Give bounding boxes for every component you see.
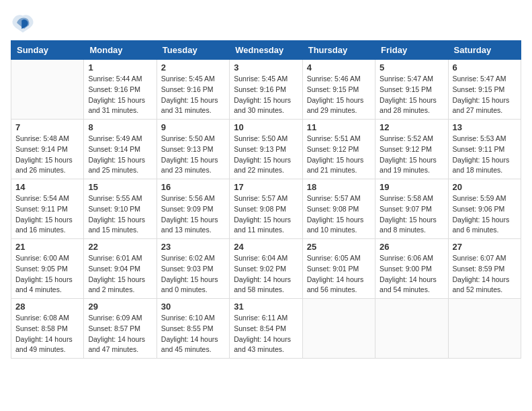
- day-number: 4: [307, 62, 371, 73]
- day-number: 2: [161, 62, 225, 73]
- calendar-cell: 2Sunrise: 5:45 AMSunset: 9:16 PMDaylight…: [157, 60, 229, 120]
- day-info: Sunrise: 5:52 AMSunset: 9:12 PMDaylight:…: [380, 134, 443, 176]
- day-info: Sunrise: 5:45 AMSunset: 9:16 PMDaylight:…: [161, 74, 225, 116]
- weekday-header: Sunday: [11, 41, 84, 60]
- calendar-cell: 4Sunrise: 5:46 AMSunset: 9:15 PMDaylight…: [302, 60, 375, 120]
- weekday-header: Saturday: [448, 41, 521, 60]
- day-number: 8: [88, 122, 152, 132]
- calendar-cell: 16Sunrise: 5:56 AMSunset: 9:09 PMDayligh…: [157, 179, 229, 239]
- day-number: 10: [234, 122, 298, 132]
- calendar-cell: 15Sunrise: 5:55 AMSunset: 9:10 PMDayligh…: [84, 179, 157, 239]
- day-info: Sunrise: 6:02 AMSunset: 9:03 PMDaylight:…: [161, 253, 225, 295]
- day-info: Sunrise: 5:50 AMSunset: 9:13 PMDaylight:…: [234, 134, 298, 176]
- calendar-cell: 25Sunrise: 6:05 AMSunset: 9:01 PMDayligh…: [302, 239, 375, 299]
- day-number: 21: [15, 242, 79, 252]
- calendar-cell: 1Sunrise: 5:44 AMSunset: 9:16 PMDaylight…: [84, 60, 157, 120]
- calendar-cell: 31Sunrise: 6:11 AMSunset: 8:54 PMDayligh…: [230, 299, 302, 359]
- calendar-cell: [448, 299, 521, 359]
- calendar-cell: 26Sunrise: 6:06 AMSunset: 9:00 PMDayligh…: [375, 239, 448, 299]
- day-number: 16: [161, 182, 225, 192]
- day-info: Sunrise: 5:50 AMSunset: 9:13 PMDaylight:…: [161, 134, 225, 176]
- day-number: 6: [453, 62, 517, 73]
- day-info: Sunrise: 5:55 AMSunset: 9:10 PMDaylight:…: [88, 193, 152, 236]
- calendar-week-row: 21Sunrise: 6:00 AMSunset: 9:05 PMDayligh…: [11, 239, 521, 299]
- day-number: 3: [234, 62, 298, 73]
- day-info: Sunrise: 6:06 AMSunset: 9:00 PMDaylight:…: [380, 253, 443, 295]
- calendar-cell: 30Sunrise: 6:10 AMSunset: 8:55 PMDayligh…: [157, 299, 229, 359]
- day-info: Sunrise: 6:08 AMSunset: 8:58 PMDaylight:…: [15, 313, 79, 355]
- day-info: Sunrise: 5:53 AMSunset: 9:11 PMDaylight:…: [453, 134, 517, 176]
- day-info: Sunrise: 6:00 AMSunset: 9:05 PMDaylight:…: [15, 253, 79, 295]
- calendar-cell: 21Sunrise: 6:00 AMSunset: 9:05 PMDayligh…: [11, 239, 84, 299]
- logo-icon: [11, 11, 35, 35]
- calendar-cell: 11Sunrise: 5:51 AMSunset: 9:12 PMDayligh…: [302, 120, 375, 179]
- logo: [11, 11, 38, 35]
- day-info: Sunrise: 5:48 AMSunset: 9:14 PMDaylight:…: [15, 134, 79, 176]
- day-number: 13: [453, 122, 517, 132]
- calendar-cell: 27Sunrise: 6:07 AMSunset: 8:59 PMDayligh…: [448, 239, 521, 299]
- day-info: Sunrise: 5:56 AMSunset: 9:09 PMDaylight:…: [161, 193, 225, 236]
- calendar-cell: 19Sunrise: 5:58 AMSunset: 9:07 PMDayligh…: [375, 179, 448, 239]
- day-info: Sunrise: 5:57 AMSunset: 9:08 PMDaylight:…: [234, 193, 298, 236]
- weekday-header: Tuesday: [157, 41, 229, 60]
- calendar-cell: 9Sunrise: 5:50 AMSunset: 9:13 PMDaylight…: [157, 120, 229, 179]
- day-number: 9: [161, 122, 225, 132]
- day-info: Sunrise: 6:09 AMSunset: 8:57 PMDaylight:…: [88, 313, 152, 355]
- calendar-cell: 23Sunrise: 6:02 AMSunset: 9:03 PMDayligh…: [157, 239, 229, 299]
- weekday-header: Wednesday: [230, 41, 302, 60]
- day-info: Sunrise: 5:44 AMSunset: 9:16 PMDaylight:…: [88, 74, 152, 116]
- day-info: Sunrise: 5:47 AMSunset: 9:15 PMDaylight:…: [380, 74, 443, 116]
- day-info: Sunrise: 5:57 AMSunset: 9:08 PMDaylight:…: [307, 193, 371, 236]
- day-number: 27: [453, 242, 517, 252]
- day-info: Sunrise: 5:54 AMSunset: 9:11 PMDaylight:…: [15, 193, 79, 236]
- day-info: Sunrise: 6:05 AMSunset: 9:01 PMDaylight:…: [307, 253, 371, 295]
- calendar-cell: 7Sunrise: 5:48 AMSunset: 9:14 PMDaylight…: [11, 120, 84, 179]
- calendar-week-row: 28Sunrise: 6:08 AMSunset: 8:58 PMDayligh…: [11, 299, 521, 359]
- calendar-table: SundayMondayTuesdayWednesdayThursdayFrid…: [11, 40, 521, 359]
- day-number: 1: [88, 62, 152, 73]
- weekday-header: Monday: [84, 41, 157, 60]
- calendar-cell: 22Sunrise: 6:01 AMSunset: 9:04 PMDayligh…: [84, 239, 157, 299]
- day-info: Sunrise: 6:04 AMSunset: 9:02 PMDaylight:…: [234, 253, 298, 295]
- calendar-cell: 14Sunrise: 5:54 AMSunset: 9:11 PMDayligh…: [11, 179, 84, 239]
- day-number: 31: [234, 302, 298, 312]
- day-info: Sunrise: 5:49 AMSunset: 9:14 PMDaylight:…: [88, 134, 152, 176]
- day-number: 28: [15, 302, 79, 312]
- day-info: Sunrise: 5:46 AMSunset: 9:15 PMDaylight:…: [307, 74, 371, 116]
- day-number: 22: [88, 242, 152, 252]
- day-number: 29: [88, 302, 152, 312]
- weekday-header-row: SundayMondayTuesdayWednesdayThursdayFrid…: [11, 41, 521, 60]
- day-number: 14: [15, 182, 79, 192]
- page-header: [11, 11, 521, 35]
- day-info: Sunrise: 6:10 AMSunset: 8:55 PMDaylight:…: [161, 313, 225, 355]
- calendar-cell: [11, 60, 84, 120]
- day-number: 18: [307, 182, 371, 192]
- day-info: Sunrise: 6:11 AMSunset: 8:54 PMDaylight:…: [234, 313, 298, 355]
- weekday-header: Friday: [375, 41, 448, 60]
- day-number: 24: [234, 242, 298, 252]
- calendar-cell: 6Sunrise: 5:47 AMSunset: 9:15 PMDaylight…: [448, 60, 521, 120]
- day-info: Sunrise: 6:07 AMSunset: 8:59 PMDaylight:…: [453, 253, 517, 295]
- calendar-cell: [375, 299, 448, 359]
- weekday-header: Thursday: [302, 41, 375, 60]
- calendar-cell: 18Sunrise: 5:57 AMSunset: 9:08 PMDayligh…: [302, 179, 375, 239]
- day-number: 19: [380, 182, 443, 192]
- day-info: Sunrise: 5:51 AMSunset: 9:12 PMDaylight:…: [307, 134, 371, 176]
- day-info: Sunrise: 5:47 AMSunset: 9:15 PMDaylight:…: [453, 74, 517, 116]
- day-number: 17: [234, 182, 298, 192]
- day-number: 26: [380, 242, 443, 252]
- calendar-cell: 28Sunrise: 6:08 AMSunset: 8:58 PMDayligh…: [11, 299, 84, 359]
- day-number: 12: [380, 122, 443, 132]
- calendar-cell: 29Sunrise: 6:09 AMSunset: 8:57 PMDayligh…: [84, 299, 157, 359]
- calendar-week-row: 7Sunrise: 5:48 AMSunset: 9:14 PMDaylight…: [11, 120, 521, 179]
- calendar-cell: 13Sunrise: 5:53 AMSunset: 9:11 PMDayligh…: [448, 120, 521, 179]
- day-info: Sunrise: 5:59 AMSunset: 9:06 PMDaylight:…: [453, 193, 517, 236]
- calendar-cell: 17Sunrise: 5:57 AMSunset: 9:08 PMDayligh…: [230, 179, 302, 239]
- day-number: 25: [307, 242, 371, 252]
- day-number: 15: [88, 182, 152, 192]
- calendar-cell: 8Sunrise: 5:49 AMSunset: 9:14 PMDaylight…: [84, 120, 157, 179]
- calendar-cell: 24Sunrise: 6:04 AMSunset: 9:02 PMDayligh…: [230, 239, 302, 299]
- day-number: 5: [380, 62, 443, 73]
- day-number: 23: [161, 242, 225, 252]
- calendar-cell: 20Sunrise: 5:59 AMSunset: 9:06 PMDayligh…: [448, 179, 521, 239]
